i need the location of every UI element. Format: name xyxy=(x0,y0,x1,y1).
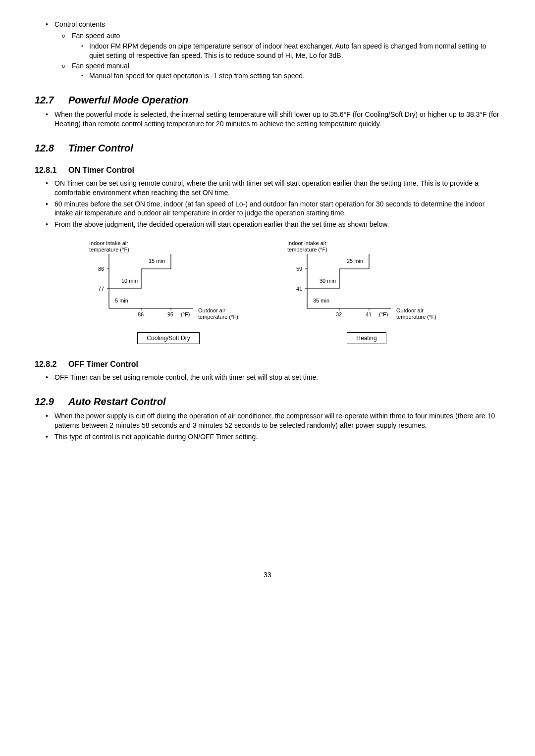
control-contents-list: Control contents Fan speed auto Indoor F… xyxy=(35,20,500,81)
section-12-8-1-p1: ON Timer can be set using remote control… xyxy=(35,179,500,198)
heating-35min: 35 min xyxy=(313,298,329,303)
section-12-8-1-title: ON Timer Control xyxy=(68,166,134,174)
section-12-8-1-heading: 12.8.1ON Timer Control xyxy=(35,165,500,176)
heating-chart-svg: Indoor intake air temperature (°F) 59 41… xyxy=(277,239,456,323)
section-12-9-title: Auto Restart Control xyxy=(68,396,166,407)
heating-x-32: 32 xyxy=(336,311,342,317)
section-12-8-1-p2: 60 minutes before the set ON time, indoo… xyxy=(35,200,500,218)
section-12-9-p1: When the power supply is cut off during … xyxy=(35,411,500,430)
chart-ylabel2: temperature (°F) xyxy=(89,247,129,252)
section-12-7-heading: 12.7Powerful Mode Operation xyxy=(35,94,500,107)
section-12-7-title: Powerful Mode Operation xyxy=(68,95,188,105)
heating-x-41: 41 xyxy=(366,311,372,317)
heating-xlabel1: Outdoor air xyxy=(396,307,424,313)
timer-charts: Indoor intake air temperature (°F) 86 77… xyxy=(35,239,500,344)
section-12-8-2-heading: 12.8.2OFF Timer Control xyxy=(35,359,500,370)
control-contents-title: Control contents xyxy=(35,20,500,29)
cooling-chart-svg: Indoor intake air temperature (°F) 86 77… xyxy=(79,239,258,323)
section-12-8-title: Timer Control xyxy=(68,143,133,153)
cooling-10min: 10 min xyxy=(121,278,138,284)
heating-30min: 30 min xyxy=(320,278,336,284)
cooling-y-86: 86 xyxy=(98,266,104,272)
heating-xunit: (°F) xyxy=(379,311,388,317)
heating-ylabel1: Indoor intake air xyxy=(287,240,326,246)
section-12-9-p2: This type of control is not applicable d… xyxy=(35,432,500,442)
heating-25min: 25 min xyxy=(347,258,363,264)
cooling-chart: Indoor intake air temperature (°F) 86 77… xyxy=(79,239,258,344)
section-12-9-heading: 12.9Auto Restart Control xyxy=(35,395,500,408)
chart-ylabel1: Indoor intake air xyxy=(89,240,128,246)
cooling-xlabel1: Outdoor air xyxy=(198,307,225,313)
section-12-8-2-p1: OFF Timer can be set using remote contro… xyxy=(35,373,500,382)
fan-speed-manual-detail: Manual fan speed for quiet operation is … xyxy=(35,71,500,81)
section-12-8-num: 12.8 xyxy=(35,142,68,155)
cooling-xlabel2: temperature (°F) xyxy=(198,314,238,320)
section-12-7-p1: When the powerful mode is selected, the … xyxy=(35,110,500,129)
fan-speed-auto: Fan speed auto xyxy=(35,31,500,41)
section-12-7-num: 12.7 xyxy=(35,94,68,107)
cooling-xunit: (°F) xyxy=(181,311,190,317)
heating-y-41: 41 xyxy=(296,286,302,292)
cooling-chart-box: Cooling/Soft Dry xyxy=(137,332,199,344)
heating-xlabel2: temperature (°F) xyxy=(396,314,436,320)
section-12-8-heading: 12.8Timer Control xyxy=(35,142,500,155)
section-12-8-2-num: 12.8.2 xyxy=(35,359,68,370)
heating-chart: Indoor intake air temperature (°F) 59 41… xyxy=(277,239,456,344)
cooling-15min: 15 min xyxy=(149,258,165,264)
section-12-8-1-p3: From the above judgment, the decided ope… xyxy=(35,220,500,229)
cooling-x-95: 95 xyxy=(167,311,173,317)
heating-ylabel2: temperature (°F) xyxy=(287,247,327,252)
fan-speed-auto-detail: Indoor FM RPM depends on pipe temperatur… xyxy=(35,42,500,60)
section-12-8-1-num: 12.8.1 xyxy=(35,165,68,176)
section-12-9-num: 12.9 xyxy=(35,395,68,408)
cooling-x-86: 86 xyxy=(138,311,144,317)
cooling-y-77: 77 xyxy=(98,286,104,292)
section-12-8-2-title: OFF Timer Control xyxy=(68,360,138,368)
heating-chart-box: Heating xyxy=(347,332,386,344)
cooling-5min: 5 min xyxy=(115,298,128,303)
heating-y-59: 59 xyxy=(296,266,302,272)
page-number: 33 xyxy=(35,570,500,580)
fan-speed-manual: Fan speed manual xyxy=(35,61,500,71)
